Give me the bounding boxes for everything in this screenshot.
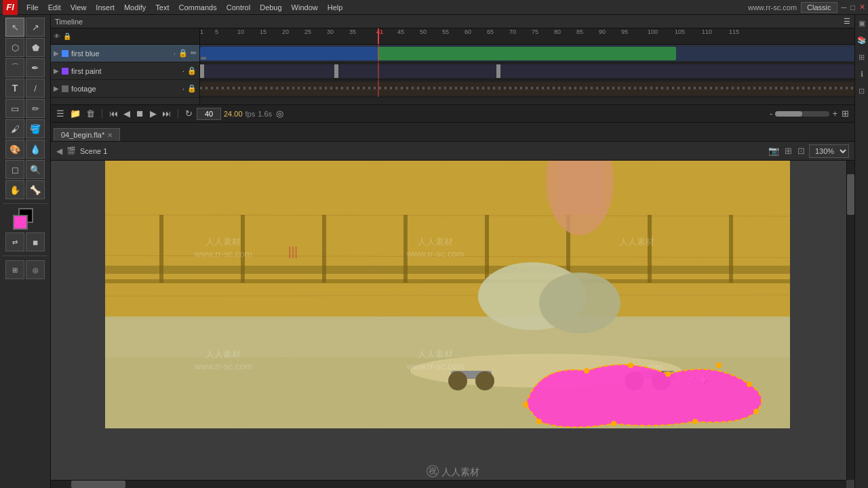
lasso-tool[interactable]: ⌒ [5, 58, 24, 77]
add-layer-btn[interactable]: ☰ [55, 108, 66, 119]
snap-btn[interactable]: ⊞ [5, 260, 24, 279]
menu-modify[interactable]: Modify [119, 2, 151, 13]
gradient-tool[interactable]: ⬟ [26, 38, 45, 57]
window-maximize-btn[interactable]: □ [850, 3, 855, 12]
timeline-layers: 👁🔒 ▶ first blue · 🔒 ✏ ▶ [51, 28, 854, 104]
frame-row-3[interactable] [200, 80, 854, 98]
main-layout: ↖ ↗ ⬡ ⬟ ⌒ ✒ T / ▭ ✏ 🖌 🪣 🎨 💧 ◻ 🔍 [0, 15, 868, 488]
pink-blob-shape[interactable] [498, 350, 770, 428]
menu-commands[interactable]: Commands [174, 2, 221, 13]
menu-text[interactable]: Text [151, 2, 174, 13]
delete-layer-btn[interactable]: 🗑 [85, 108, 96, 119]
layer-visibility-dot-2[interactable]: · [182, 67, 184, 75]
fill-color-swatch[interactable] [13, 215, 28, 230]
subselect-tool[interactable]: ↗ [26, 18, 45, 37]
spraybucket-tool[interactable]: 🪣 [26, 119, 45, 138]
layer-lock-icon-3[interactable]: 🔒 [187, 84, 197, 93]
menu-insert[interactable]: Insert [91, 2, 119, 13]
brush-tool[interactable]: 🖌 [5, 119, 24, 138]
zoom-in-tl-btn[interactable]: + [831, 108, 839, 119]
app-logo: Fl [3, 0, 18, 15]
align-btn[interactable]: ⊞ [783, 146, 793, 156]
onion-skin-btn[interactable]: ◎ [275, 108, 285, 119]
zoom-slider[interactable] [775, 111, 829, 117]
menu-help[interactable]: Help [323, 2, 348, 13]
stop-btn[interactable]: ⏹ [134, 108, 146, 119]
menu-debug[interactable]: Debug [255, 2, 286, 13]
line-tool[interactable]: / [26, 79, 45, 98]
svg-point-26 [475, 371, 494, 390]
layer-lock-icon[interactable]: 🔒 [178, 49, 188, 58]
tool-row-7: 🎨 💧 [1, 140, 49, 159]
vertical-scrollbar[interactable] [846, 161, 854, 480]
layer-row-footage[interactable]: ▶ footage · 🔒 [51, 80, 199, 98]
select-tool[interactable]: ↖ [5, 18, 24, 37]
layer-row-first-blue[interactable]: ▶ first blue · 🔒 ✏ [51, 45, 199, 62]
pen-tool[interactable]: ✒ [26, 58, 45, 77]
folder-btn[interactable]: 📁 [68, 108, 82, 119]
nav-back-btn[interactable]: ◀ [56, 146, 62, 156]
svg-point-50 [536, 419, 542, 424]
tab-close-btn[interactable]: ✕ [107, 131, 113, 139]
stage-tab-main[interactable]: 04_begin.fla* ✕ [54, 128, 120, 141]
step-back-btn[interactable]: ◀ [122, 108, 132, 119]
ruler-tick-15: 15 [260, 28, 267, 35]
horizontal-scrollbar[interactable] [51, 480, 846, 488]
text-tool[interactable]: T [5, 79, 24, 98]
expand-tl-btn[interactable]: ⊞ [840, 108, 850, 119]
free-transform-tool[interactable]: ⬡ [5, 38, 24, 57]
smooth-btn[interactable]: ◎ [26, 260, 45, 279]
window-minimize-btn[interactable]: ─ [842, 3, 847, 12]
zoom-tool[interactable]: 🔍 [26, 160, 45, 179]
pencil-tool[interactable]: ✏ [26, 99, 45, 118]
layer-pencil-icon[interactable]: ✏ [191, 49, 197, 58]
layer-row-first-paint[interactable]: ▶ first paint · 🔒 [51, 62, 199, 80]
h-scrollbar-thumb[interactable] [71, 481, 125, 488]
paint-bucket-tool[interactable]: 🎨 [5, 140, 24, 159]
menu-file[interactable]: File [22, 2, 43, 13]
zoom-select[interactable]: 50% 75% 100% 130% 150% 200% [809, 144, 849, 158]
eyedropper-tool[interactable]: 💧 [26, 140, 45, 159]
timeline-menu-icon[interactable]: ☰ [844, 17, 850, 26]
v-scrollbar-thumb[interactable] [847, 174, 854, 215]
stage-canvas[interactable]: ||| [105, 161, 790, 428]
layer-lock-icon-2[interactable]: 🔒 [187, 66, 197, 75]
frame-input[interactable]: 40 [197, 108, 221, 120]
menu-edit[interactable]: Edit [43, 2, 66, 13]
playhead-indicator[interactable] [378, 28, 379, 44]
align-panel-icon[interactable]: ⊡ [857, 85, 866, 97]
play-btn[interactable]: ▶ [149, 108, 158, 119]
menu-view[interactable]: View [66, 2, 92, 13]
workspace-classic-btn[interactable]: Classic [801, 2, 837, 13]
bone-tool[interactable]: 🦴 [26, 180, 45, 199]
ruler-tick-65: 65 [487, 28, 494, 35]
layer-visibility-dot[interactable]: · [174, 49, 176, 58]
frame-row-2[interactable] [200, 62, 854, 80]
layer-names-panel: 👁🔒 ▶ first blue · 🔒 ✏ ▶ [51, 28, 200, 104]
swap-colors-btn[interactable]: ⇄ [5, 232, 24, 251]
tab-label: 04_begin.fla* [61, 131, 104, 139]
rect-tool[interactable]: ▭ [5, 99, 24, 118]
frame-row-1[interactable] [200, 45, 854, 62]
motion-editor-icon[interactable]: ⊞ [857, 52, 866, 63]
skip-start-btn[interactable]: ⏮ [108, 108, 119, 119]
zoom-out-tl-btn[interactable]: - [768, 108, 774, 119]
hand-tool[interactable]: ✋ [5, 180, 24, 199]
library-panel-icon[interactable]: 📚 [856, 35, 868, 46]
layer-type-icon-2: ▶ [54, 67, 59, 75]
menu-window[interactable]: Window [287, 2, 323, 13]
menu-control[interactable]: Control [222, 2, 255, 13]
default-colors-btn[interactable]: ◼ [26, 232, 45, 251]
svg-rect-10 [241, 215, 245, 283]
window-close-btn[interactable]: ✕ [859, 3, 865, 12]
layer-visibility-dot-3[interactable]: · [182, 85, 184, 93]
svg-point-25 [448, 371, 467, 390]
svg-rect-19 [556, 161, 604, 215]
skip-end-btn[interactable]: ⏭ [161, 108, 172, 119]
camera-btn[interactable]: 📷 [767, 146, 781, 156]
loop-btn[interactable]: ↻ [184, 108, 194, 119]
eraser-tool[interactable]: ◻ [5, 160, 24, 179]
info-panel-icon[interactable]: ℹ [859, 68, 865, 80]
properties-panel-icon[interactable]: ▣ [857, 18, 867, 29]
transform-btn[interactable]: ⊡ [796, 146, 806, 156]
